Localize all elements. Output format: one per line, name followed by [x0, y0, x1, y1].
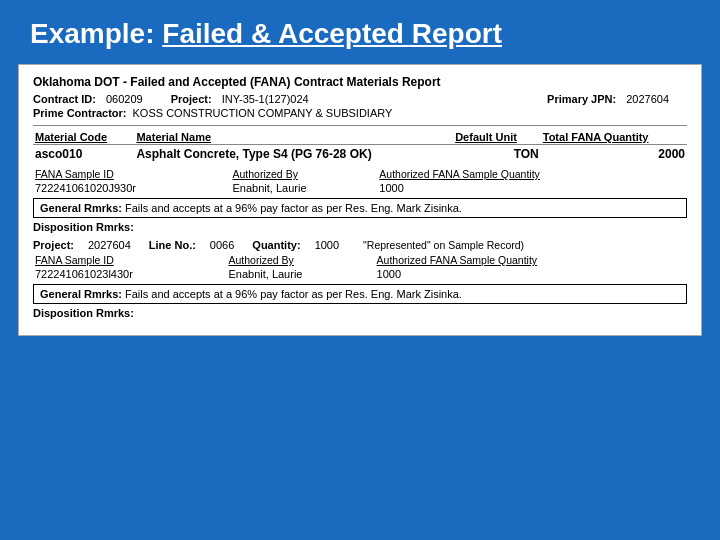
table-row: asco010 Asphalt Concrete, Type S4 (PG 76… [33, 145, 687, 164]
material-table: Material Code Material Name Default Unit… [33, 130, 687, 163]
fana-auth-qty-1: 1000 [377, 181, 687, 195]
quantity-label-2: Quantity: [252, 239, 300, 251]
title-underlined: Failed & Accepted Report [162, 18, 502, 49]
fana-col-auth-qty-1: Authorized FANA Sample Quantity [377, 167, 687, 181]
fana-col-sample-id-1: FANA Sample ID [33, 167, 231, 181]
fana-row-1: 722241061020J930r Enabnit, Laurie 1000 [33, 181, 687, 195]
col-default-unit: Default Unit [453, 130, 541, 145]
prime-contractor-value: KOSS CONSTRUCTION COMPANY & SUBSIDIARY [133, 107, 393, 119]
fana-auth-by-1: Enabnit, Laurie [231, 181, 378, 195]
general-remarks-box-1: General Rmrks: Fails and accepts at a 96… [33, 198, 687, 218]
disposition-label-2: Disposition Rmrks: [33, 307, 134, 319]
fana-sample-id-2: 722241061023l430r [33, 267, 226, 281]
fana-sample-id-1: 722241061020J930r [33, 181, 231, 195]
quantity-value-2: 1000 [315, 239, 339, 251]
general-remarks-label-1: General Rmrks: [40, 202, 122, 214]
fana-auth-qty-2: 1000 [375, 267, 687, 281]
fana-col-auth-qty-2: Authorized FANA Sample Quantity [375, 253, 687, 267]
project-value: INY-35-1(127)024 [222, 93, 309, 105]
fana-auth-by-2: Enabnit, Laurie [226, 267, 374, 281]
general-remarks-value-1: Fails and accepts at a 96% pay factor as… [125, 202, 462, 214]
report-title: Oklahoma DOT - Failed and Accepted (FANA… [33, 75, 687, 89]
line-no-value-2: 0066 [210, 239, 234, 251]
total-fana-qty: 2000 [541, 145, 687, 164]
project-label-2: Project: [33, 239, 74, 251]
fana-table-2: FANA Sample ID Authorized By Authorized … [33, 253, 687, 281]
report-container: Oklahoma DOT - Failed and Accepted (FANA… [18, 64, 702, 336]
primary-jpn-label: Primary JPN: [547, 93, 616, 105]
disposition-row-1: Disposition Rmrks: [33, 221, 687, 233]
col-total-fana-qty: Total FANA Quantity [541, 130, 687, 145]
title-bar: Example: Failed & Accepted Report [0, 0, 720, 64]
fana-col-auth-by-2: Authorized By [226, 253, 374, 267]
section-2: Project: 2027604 Line No.: 0066 Quantity… [33, 239, 687, 319]
primary-jpn-value: 2027604 [626, 93, 669, 105]
general-remarks-label-2: General Rmrks: [40, 288, 122, 300]
title-prefix: Example: [30, 18, 162, 49]
line-no-label-2: Line No.: [149, 239, 196, 251]
default-unit: TON [453, 145, 541, 164]
material-name: Asphalt Concrete, Type S4 (PG 76-28 OK) [134, 145, 453, 164]
project-label: Project: [171, 93, 212, 105]
prime-contractor-label: Prime Contractor: [33, 107, 127, 119]
general-remarks-box-2: General Rmrks: Fails and accepts at a 96… [33, 284, 687, 304]
material-code: asco010 [33, 145, 134, 164]
section-1: FANA Sample ID Authorized By Authorized … [33, 167, 687, 233]
fana-table-1: FANA Sample ID Authorized By Authorized … [33, 167, 687, 195]
col-material-code: Material Code [33, 130, 134, 145]
fana-col-sample-id-2: FANA Sample ID [33, 253, 226, 267]
disposition-label-1: Disposition Rmrks: [33, 221, 134, 233]
fana-row-2: 722241061023l430r Enabnit, Laurie 1000 [33, 267, 687, 281]
project-value-2: 2027604 [88, 239, 131, 251]
col-material-name: Material Name [134, 130, 453, 145]
contract-id-value: 060209 [106, 93, 143, 105]
represented-text-2: "Represented" on Sample Record) [363, 239, 524, 251]
disposition-row-2: Disposition Rmrks: [33, 307, 687, 319]
project-row-2: Project: 2027604 Line No.: 0066 Quantity… [33, 239, 687, 251]
fana-col-auth-by-1: Authorized By [231, 167, 378, 181]
contract-id-label: Contract ID: [33, 93, 96, 105]
general-remarks-value-2: Fails and accepts at a 96% pay factor as… [125, 288, 462, 300]
